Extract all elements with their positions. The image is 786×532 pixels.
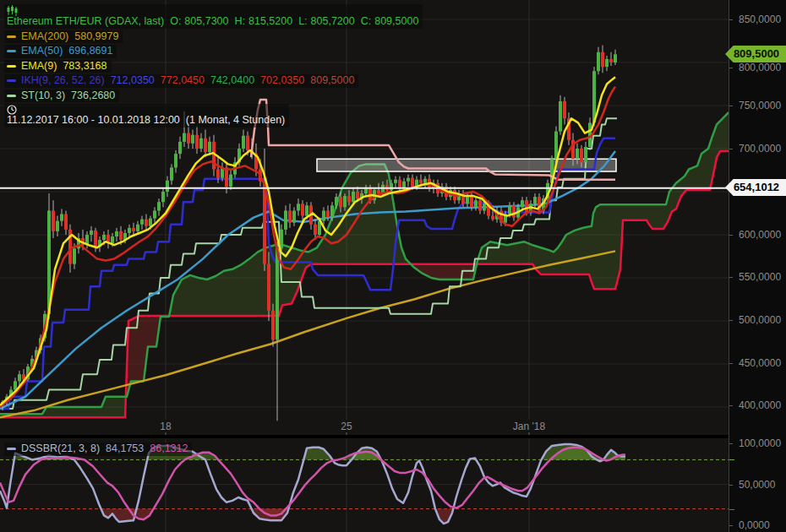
candle-up (191, 135, 194, 144)
ema200-swatch-icon (7, 35, 16, 38)
axis-tick (729, 363, 733, 364)
candle-up (18, 374, 21, 381)
candle-up (605, 59, 609, 67)
ikh-kijun-value: 712,0350 (111, 74, 155, 86)
oscillator-axis-label: 50,0000 (739, 479, 775, 491)
legend-st-row[interactable]: ST(10, 3)736,2680 (4, 90, 119, 103)
quote-open-label: O: (170, 15, 181, 27)
candle-down (478, 200, 482, 210)
candle-down (246, 136, 249, 150)
legend-timeline-row[interactable]: 11.12.2017 16:00 - 10.01.2018 12:00(1 Mo… (4, 104, 289, 128)
candle-up (402, 182, 406, 188)
ema50-label: EMA(50) (21, 45, 63, 57)
ikh-senkou-a-value: 742,0400 (210, 74, 254, 86)
candle-down (52, 210, 55, 231)
candle-down (356, 192, 359, 198)
price-axis-label: 450,0000 (739, 357, 781, 369)
ema50-value: 696,8691 (68, 45, 112, 57)
candle-down (609, 59, 613, 62)
x-axis-label: 25 (341, 421, 352, 432)
quote-close-value: 809,5000 (374, 15, 418, 27)
candle-up (149, 219, 152, 226)
candle-down (326, 210, 330, 217)
candle-up (533, 197, 537, 204)
candle-up (280, 230, 283, 248)
dssbr-label: DSSBR(21, 3, 8) (21, 442, 100, 454)
oscillator-legend: DSSBR(21, 3, 8)84,175386,1312 (4, 442, 192, 458)
candle-down (347, 196, 351, 202)
candle-down (225, 167, 228, 186)
candle-up (521, 200, 524, 207)
price-axis-label: 550,0000 (739, 271, 781, 283)
axis-tick (729, 405, 733, 406)
price-line-badge: 654,1012 (725, 179, 786, 196)
candle-up (394, 180, 397, 183)
candle-up (508, 205, 511, 214)
threshold-tick (729, 459, 734, 460)
candle-down (132, 228, 135, 231)
candle-down (512, 205, 516, 217)
candle-up (292, 210, 296, 222)
candle-up (330, 205, 334, 217)
trading-chart-app: 1825Jan '18 Ethereum ETH/EUR (GDAX, last… (0, 0, 786, 532)
legend-symbol-row[interactable]: Ethereum ETH/EUR (GDAX, last)O:805,7300H… (4, 4, 423, 29)
quote-open-value: 805,7300 (184, 15, 228, 27)
price-axis-label: 850,0000 (739, 14, 781, 25)
candle-up (284, 210, 287, 229)
dssbr-swatch-icon (7, 448, 16, 450)
axis-tick (729, 68, 733, 68)
quote-low-value: 805,7200 (311, 15, 355, 27)
candle-up (111, 236, 114, 243)
legend-ikh-row[interactable]: IKH(9, 26, 52, 26)712,0350772,0450742,04… (4, 74, 358, 88)
axis-tick (729, 106, 733, 106)
quote-high-label: H: (235, 15, 246, 27)
oscillator-axis-label: 100,0000 (739, 437, 781, 449)
ema200-label: EMA(200) (21, 30, 68, 42)
quote-close-label: C: (361, 15, 372, 27)
candle-up (554, 132, 558, 160)
st-label: ST(10, 3) (21, 90, 65, 101)
axis-tick (729, 235, 733, 236)
candle-up (56, 221, 59, 231)
candle-up (614, 54, 617, 62)
ema50-swatch-icon (7, 50, 16, 52)
symbol-title: Ethereum ETH/EUR (GDAX, last) (7, 15, 164, 27)
candle-down (195, 135, 199, 149)
legend-ema9-row[interactable]: EMA(9)783,3168 (4, 60, 112, 73)
candle-down (339, 197, 342, 207)
ikh-chikou-value: 809,5000 (310, 74, 354, 86)
price-axis[interactable]: 850,0000800,0000750,0000700,0000600,0000… (729, 0, 786, 532)
legend-ema50-row[interactable]: EMA(50)696,8691 (4, 45, 117, 58)
candle-down (64, 214, 68, 230)
ema9-swatch-icon (7, 65, 16, 68)
axis-tick (729, 443, 733, 444)
candle-up (90, 231, 93, 235)
ikh-tenkan-value: 772,0450 (161, 74, 205, 86)
candle-up (115, 231, 118, 236)
ema9-label: EMA(9) (21, 60, 57, 72)
candle-up (170, 167, 173, 180)
candle-up (174, 154, 177, 167)
candle-up (343, 196, 347, 207)
candle-down (119, 231, 123, 240)
legend-ema200-row[interactable]: EMA(200)580,9979 (4, 30, 123, 44)
candle-up (166, 181, 169, 192)
candle-up (297, 204, 300, 210)
candle-down (470, 197, 473, 207)
candle-down (491, 216, 494, 220)
chart-legend: Ethereum ETH/EUR (GDAX, last)O:805,7300H… (4, 4, 423, 129)
axis-tick (729, 19, 733, 20)
candle-up (576, 149, 579, 159)
candle-down (314, 225, 317, 235)
x-axis-label: 18 (160, 421, 172, 432)
ema9-value: 783,3168 (63, 60, 106, 72)
candle-up (335, 197, 338, 205)
candle-up (242, 136, 245, 149)
candle-up (136, 225, 139, 231)
candle-down (601, 52, 604, 67)
candle-up (364, 188, 368, 193)
dssbr-fast-value: 84,1753 (106, 442, 144, 454)
candle-up (276, 248, 279, 339)
axis-tick (729, 485, 733, 486)
legend-dssbr-row[interactable]: DSSBR(21, 3, 8)84,175386,1312 (4, 442, 192, 456)
